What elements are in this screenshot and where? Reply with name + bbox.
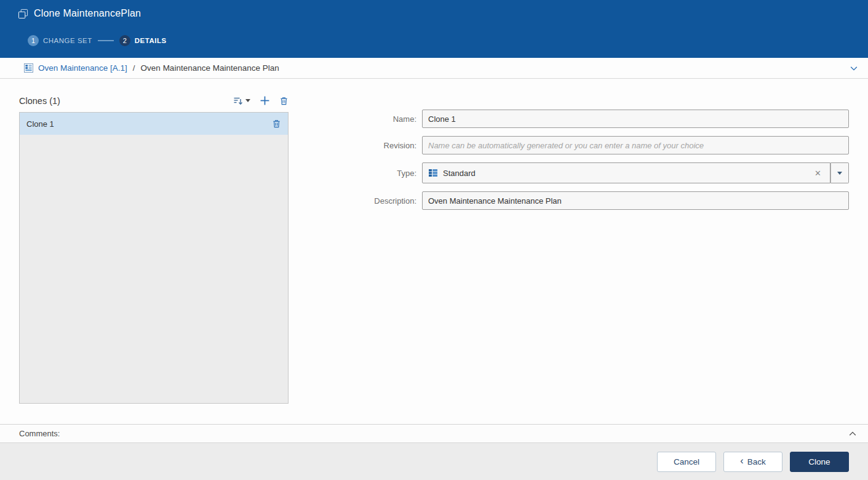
name-field[interactable] xyxy=(422,110,849,128)
standard-type-icon xyxy=(428,168,438,178)
clone-maintenanceplan-dialog: Clone MaintenancePlan 1 CHANGE SET 2 DET… xyxy=(0,0,868,480)
description-row: Description: xyxy=(345,191,849,210)
step-change-set[interactable]: 1 CHANGE SET xyxy=(28,35,92,46)
back-button[interactable]: ‹ Back xyxy=(723,452,782,472)
clear-icon[interactable]: ✕ xyxy=(811,169,824,178)
chevron-up-icon xyxy=(848,430,857,438)
step-1-circle: 1 xyxy=(28,35,39,46)
maintenance-plan-type-icon xyxy=(24,63,33,73)
clones-toolbar xyxy=(233,95,289,106)
type-combobox: Standard ✕ xyxy=(422,162,849,183)
step-details[interactable]: 2 DETAILS xyxy=(119,35,167,46)
description-label: Description: xyxy=(345,196,422,206)
revision-row: Revision: xyxy=(345,136,849,154)
footer-bar: Cancel ‹ Back Clone xyxy=(0,443,868,480)
clones-panel: Clones (1) xyxy=(19,90,289,424)
type-value: Standard xyxy=(443,169,806,178)
step-2-circle: 2 xyxy=(119,35,130,46)
list-item-clone-1[interactable]: Clone 1 xyxy=(20,113,288,135)
breadcrumb: Oven Maintenance [A.1] / Oven Maintenanc… xyxy=(0,58,868,79)
page-title: Clone MaintenancePlan xyxy=(34,8,141,19)
details-form: Name: Revision: Type: xyxy=(345,90,849,424)
name-row: Name: xyxy=(345,110,849,128)
back-button-label: Back xyxy=(747,457,766,466)
delete-clone-button trash-icon[interactable] xyxy=(279,96,289,106)
step-connector-line xyxy=(98,40,114,41)
type-label: Type: xyxy=(345,169,422,178)
main-content: Clones (1) xyxy=(0,79,868,424)
trash-icon[interactable] xyxy=(272,119,281,129)
clone-button[interactable]: Clone xyxy=(790,452,849,472)
comments-section-toggle[interactable]: Comments: xyxy=(0,424,868,443)
header: Clone MaintenancePlan 1 CHANGE SET 2 DET… xyxy=(0,0,868,58)
name-label: Name: xyxy=(345,114,422,124)
add-clone-button[interactable] xyxy=(260,95,270,106)
revision-field[interactable] xyxy=(422,136,849,154)
sort-arrange-button[interactable] xyxy=(233,96,250,106)
wizard-stepper: 1 CHANGE SET 2 DETAILS xyxy=(28,35,868,46)
comments-label: Comments: xyxy=(19,429,60,438)
clone-item-label: Clone 1 xyxy=(26,119,54,129)
chevron-down-icon xyxy=(245,99,250,102)
type-combobox-field[interactable]: Standard ✕ xyxy=(422,162,830,183)
chevron-left-icon: ‹ xyxy=(740,456,743,466)
revision-label: Revision: xyxy=(345,141,422,150)
breadcrumb-root-link[interactable]: Oven Maintenance [A.1] xyxy=(38,63,127,73)
clones-panel-header: Clones (1) xyxy=(19,90,289,108)
step-2-label: DETAILS xyxy=(135,37,167,44)
chevron-down-icon[interactable] xyxy=(850,64,858,73)
clones-list: Clone 1 xyxy=(19,112,289,404)
title-row: Clone MaintenancePlan xyxy=(18,0,868,19)
chevron-down-icon xyxy=(837,172,842,175)
breadcrumb-current: Oven Maintenance Maintenance Plan xyxy=(141,63,279,73)
clones-list-title: Clones (1) xyxy=(19,96,60,106)
type-row: Type: Stan xyxy=(345,162,849,183)
description-field[interactable] xyxy=(422,191,849,210)
type-dropdown-button[interactable] xyxy=(830,162,849,183)
breadcrumb-separator: / xyxy=(133,63,135,73)
clone-icon xyxy=(18,9,28,19)
cancel-button[interactable]: Cancel xyxy=(657,452,716,472)
step-1-label: CHANGE SET xyxy=(43,37,92,44)
